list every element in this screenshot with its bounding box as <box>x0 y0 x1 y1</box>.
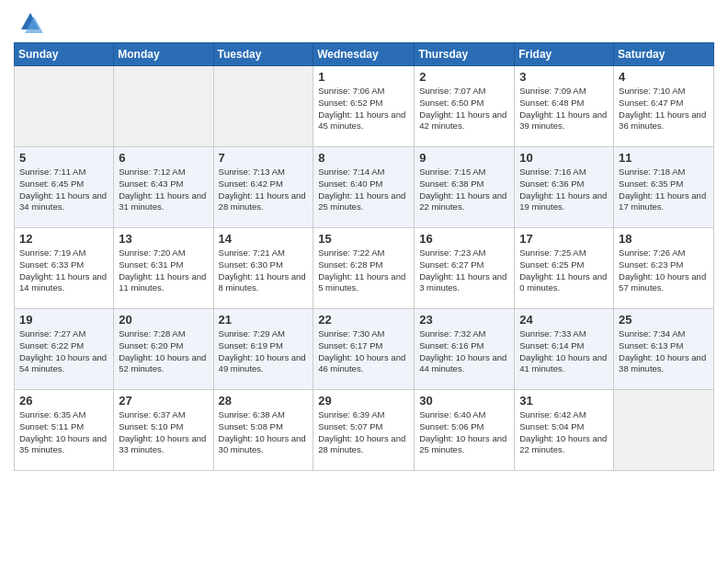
day-info: Sunrise: 7:26 AM Sunset: 6:23 PM Dayligh… <box>619 247 709 294</box>
calendar-cell: 11Sunrise: 7:18 AM Sunset: 6:35 PM Dayli… <box>614 147 714 228</box>
day-info: Sunrise: 7:12 AM Sunset: 6:43 PM Dayligh… <box>119 167 208 213</box>
calendar-cell: 16Sunrise: 7:23 AM Sunset: 6:27 PM Dayli… <box>415 228 515 309</box>
calendar-cell: 8Sunrise: 7:14 AM Sunset: 6:40 PM Daylig… <box>313 147 415 228</box>
calendar-cell <box>614 390 714 471</box>
day-number: 9 <box>419 151 509 165</box>
day-number: 22 <box>318 313 409 327</box>
day-info: Sunrise: 7:25 AM Sunset: 6:25 PM Dayligh… <box>519 247 609 294</box>
calendar-cell: 30Sunrise: 6:40 AM Sunset: 5:06 PM Dayli… <box>415 390 515 471</box>
calendar-week-row: 1Sunrise: 7:06 AM Sunset: 6:52 PM Daylig… <box>15 66 714 147</box>
day-info: Sunrise: 6:39 AM Sunset: 5:07 PM Dayligh… <box>318 409 409 456</box>
day-number: 4 <box>619 70 709 84</box>
day-of-week-header: Friday <box>515 43 614 66</box>
day-info: Sunrise: 6:38 AM Sunset: 5:08 PM Dayligh… <box>219 409 309 456</box>
calendar-cell: 9Sunrise: 7:15 AM Sunset: 6:38 PM Daylig… <box>415 147 515 228</box>
day-info: Sunrise: 7:22 AM Sunset: 6:28 PM Dayligh… <box>318 247 409 294</box>
day-info: Sunrise: 7:18 AM Sunset: 6:35 PM Dayligh… <box>619 167 709 213</box>
page: SundayMondayTuesdayWednesdayThursdayFrid… <box>0 0 728 563</box>
day-info: Sunrise: 6:40 AM Sunset: 5:06 PM Dayligh… <box>419 409 509 456</box>
day-number: 3 <box>519 70 609 84</box>
logo <box>14 13 43 35</box>
day-info: Sunrise: 7:32 AM Sunset: 6:16 PM Dayligh… <box>419 328 509 375</box>
day-of-week-header: Saturday <box>614 43 714 66</box>
day-number: 11 <box>619 151 709 165</box>
calendar-cell: 28Sunrise: 6:38 AM Sunset: 5:08 PM Dayli… <box>213 390 313 471</box>
day-number: 15 <box>318 232 409 246</box>
day-of-week-header: Thursday <box>415 43 515 66</box>
day-info: Sunrise: 7:33 AM Sunset: 6:14 PM Dayligh… <box>519 328 609 375</box>
calendar-table: SundayMondayTuesdayWednesdayThursdayFrid… <box>14 42 714 471</box>
calendar-cell <box>15 66 114 147</box>
day-info: Sunrise: 7:21 AM Sunset: 6:30 PM Dayligh… <box>219 247 309 294</box>
calendar-cell: 29Sunrise: 6:39 AM Sunset: 5:07 PM Dayli… <box>313 390 415 471</box>
day-info: Sunrise: 7:07 AM Sunset: 6:50 PM Dayligh… <box>419 86 509 132</box>
calendar-cell: 25Sunrise: 7:34 AM Sunset: 6:13 PM Dayli… <box>614 309 714 390</box>
calendar-week-row: 26Sunrise: 6:35 AM Sunset: 5:11 PM Dayli… <box>15 390 714 471</box>
calendar-cell: 12Sunrise: 7:19 AM Sunset: 6:33 PM Dayli… <box>15 228 114 309</box>
day-info: Sunrise: 7:34 AM Sunset: 6:13 PM Dayligh… <box>619 328 709 375</box>
calendar-cell: 4Sunrise: 7:10 AM Sunset: 6:47 PM Daylig… <box>614 66 714 147</box>
day-info: Sunrise: 7:06 AM Sunset: 6:52 PM Dayligh… <box>318 86 409 132</box>
calendar-cell: 7Sunrise: 7:13 AM Sunset: 6:42 PM Daylig… <box>213 147 313 228</box>
day-number: 10 <box>519 151 609 165</box>
calendar-cell: 27Sunrise: 6:37 AM Sunset: 5:10 PM Dayli… <box>114 390 213 471</box>
calendar-cell: 5Sunrise: 7:11 AM Sunset: 6:45 PM Daylig… <box>15 147 114 228</box>
day-info: Sunrise: 7:19 AM Sunset: 6:33 PM Dayligh… <box>19 247 108 294</box>
calendar-cell: 19Sunrise: 7:27 AM Sunset: 6:22 PM Dayli… <box>15 309 114 390</box>
day-number: 23 <box>419 313 509 327</box>
day-number: 13 <box>119 232 208 246</box>
calendar-cell: 14Sunrise: 7:21 AM Sunset: 6:30 PM Dayli… <box>213 228 313 309</box>
calendar-cell <box>213 66 313 147</box>
calendar-cell <box>114 66 213 147</box>
calendar-cell: 20Sunrise: 7:28 AM Sunset: 6:20 PM Dayli… <box>114 309 213 390</box>
day-info: Sunrise: 7:15 AM Sunset: 6:38 PM Dayligh… <box>419 167 509 213</box>
calendar-header-row: SundayMondayTuesdayWednesdayThursdayFrid… <box>15 43 714 66</box>
calendar-cell: 1Sunrise: 7:06 AM Sunset: 6:52 PM Daylig… <box>313 66 415 147</box>
calendar-cell: 26Sunrise: 6:35 AM Sunset: 5:11 PM Dayli… <box>15 390 114 471</box>
day-of-week-header: Wednesday <box>313 43 415 66</box>
day-info: Sunrise: 7:09 AM Sunset: 6:48 PM Dayligh… <box>519 86 609 132</box>
calendar-cell: 13Sunrise: 7:20 AM Sunset: 6:31 PM Dayli… <box>114 228 213 309</box>
day-number: 31 <box>519 394 609 408</box>
calendar-cell: 18Sunrise: 7:26 AM Sunset: 6:23 PM Dayli… <box>614 228 714 309</box>
day-info: Sunrise: 7:14 AM Sunset: 6:40 PM Dayligh… <box>318 167 409 213</box>
calendar-cell: 3Sunrise: 7:09 AM Sunset: 6:48 PM Daylig… <box>515 66 614 147</box>
header <box>14 9 714 35</box>
day-info: Sunrise: 7:10 AM Sunset: 6:47 PM Dayligh… <box>619 86 709 132</box>
day-number: 12 <box>19 232 108 246</box>
day-number: 17 <box>519 232 609 246</box>
day-number: 24 <box>519 313 609 327</box>
calendar-week-row: 12Sunrise: 7:19 AM Sunset: 6:33 PM Dayli… <box>15 228 714 309</box>
calendar-cell: 23Sunrise: 7:32 AM Sunset: 6:16 PM Dayli… <box>415 309 515 390</box>
day-info: Sunrise: 6:42 AM Sunset: 5:04 PM Dayligh… <box>519 409 609 456</box>
day-info: Sunrise: 7:29 AM Sunset: 6:19 PM Dayligh… <box>219 328 309 375</box>
day-number: 6 <box>119 151 208 165</box>
day-info: Sunrise: 7:23 AM Sunset: 6:27 PM Dayligh… <box>419 247 509 294</box>
day-number: 21 <box>219 313 309 327</box>
day-number: 1 <box>318 70 409 84</box>
calendar-week-row: 19Sunrise: 7:27 AM Sunset: 6:22 PM Dayli… <box>15 309 714 390</box>
day-info: Sunrise: 7:13 AM Sunset: 6:42 PM Dayligh… <box>219 167 309 213</box>
day-info: Sunrise: 7:28 AM Sunset: 6:20 PM Dayligh… <box>119 328 208 375</box>
day-info: Sunrise: 7:20 AM Sunset: 6:31 PM Dayligh… <box>119 247 208 294</box>
day-number: 7 <box>219 151 309 165</box>
calendar-cell: 6Sunrise: 7:12 AM Sunset: 6:43 PM Daylig… <box>114 147 213 228</box>
day-info: Sunrise: 7:16 AM Sunset: 6:36 PM Dayligh… <box>519 167 609 213</box>
calendar-week-row: 5Sunrise: 7:11 AM Sunset: 6:45 PM Daylig… <box>15 147 714 228</box>
day-of-week-header: Tuesday <box>213 43 313 66</box>
day-number: 19 <box>19 313 108 327</box>
day-info: Sunrise: 7:27 AM Sunset: 6:22 PM Dayligh… <box>19 328 108 375</box>
day-number: 30 <box>419 394 509 408</box>
day-of-week-header: Monday <box>114 43 213 66</box>
day-number: 2 <box>419 70 509 84</box>
day-number: 29 <box>318 394 409 408</box>
day-number: 5 <box>19 151 108 165</box>
day-number: 16 <box>419 232 509 246</box>
day-number: 20 <box>119 313 208 327</box>
calendar-cell: 2Sunrise: 7:07 AM Sunset: 6:50 PM Daylig… <box>415 66 515 147</box>
day-info: Sunrise: 6:35 AM Sunset: 5:11 PM Dayligh… <box>19 409 108 456</box>
day-info: Sunrise: 6:37 AM Sunset: 5:10 PM Dayligh… <box>119 409 208 456</box>
day-number: 8 <box>318 151 409 165</box>
day-number: 14 <box>219 232 309 246</box>
calendar-cell: 22Sunrise: 7:30 AM Sunset: 6:17 PM Dayli… <box>313 309 415 390</box>
